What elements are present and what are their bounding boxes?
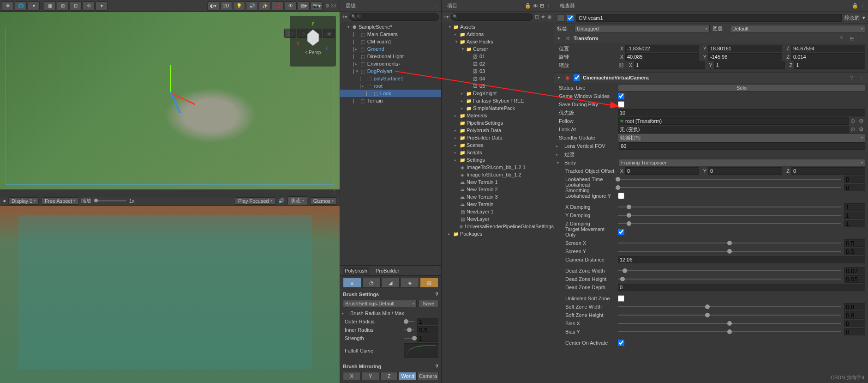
hierarchy-item[interactable]: |▸⬚Ground (340, 45, 441, 53)
pos-z-field[interactable] (791, 45, 865, 52)
guides-checkbox[interactable] (618, 93, 624, 99)
help-icon[interactable]: ? (435, 364, 438, 369)
layer-dropdown[interactable]: Default (730, 25, 865, 32)
lighting-toggle[interactable]: 💡 (233, 1, 245, 11)
fold-icon[interactable]: ▸ (556, 152, 561, 157)
project-item[interactable]: ▸📁Settings (442, 156, 554, 164)
save-checkbox[interactable] (618, 101, 624, 108)
rot-y-field[interactable] (708, 53, 782, 61)
hierarchy-item[interactable]: |▼⬚DogPolyart (340, 67, 441, 75)
scale-slider[interactable] (94, 200, 126, 201)
project-item[interactable]: ▸📁Scripts (442, 149, 554, 156)
project-item[interactable]: 🖼01 (442, 53, 554, 60)
tool-view[interactable]: ✥ (2, 1, 14, 11)
grid-toggle[interactable]: ▦ (44, 1, 56, 11)
project-item[interactable]: ◈ImageToStl.com_bb_1.2 1 (442, 164, 554, 171)
project-item[interactable]: ⛰New Terrain 2 (442, 186, 554, 193)
fold-icon[interactable]: ▼ (557, 76, 562, 80)
audio-icon[interactable]: 🔊 (278, 198, 285, 204)
y_damping-field[interactable] (844, 212, 865, 219)
solo-button[interactable]: Solo (618, 84, 865, 91)
aspect-dropdown[interactable]: Free Aspect (42, 197, 78, 205)
project-item[interactable]: ▸📁Fantasy Skybox FREE (442, 97, 554, 104)
active-checkbox[interactable] (567, 15, 574, 21)
gameobject-icon[interactable] (557, 14, 564, 22)
brush-save-button[interactable]: Save (419, 300, 438, 307)
follow-object-field[interactable]: ⤧root (Transform) (618, 117, 849, 125)
hierarchy-tab[interactable]: 层级 (343, 1, 359, 10)
fold-icon[interactable]: ▼ (448, 25, 453, 29)
camera-dd[interactable]: 📷▾ (311, 1, 323, 11)
hierarchy-menu-icon[interactable]: ⋮ (433, 3, 438, 9)
scene-menu-icon[interactable]: ⋮ (332, 189, 337, 195)
mirror-camera-button[interactable]: Camera (418, 372, 438, 380)
packages-root[interactable]: ▸ 📁 Packages (442, 230, 554, 237)
context-menu-icon[interactable]: ⋮ (858, 74, 865, 81)
dead_height-field[interactable] (844, 275, 865, 283)
inner-radius-field[interactable] (417, 326, 438, 334)
picker-icon[interactable]: ⊙ (850, 118, 857, 124)
view-icon[interactable]: 👁 (533, 3, 538, 9)
project-item[interactable]: ▸📁SimpleNaturePack (442, 104, 554, 112)
audio-toggle[interactable]: 🔊 (246, 1, 258, 11)
fold-icon[interactable]: ▸ (455, 158, 459, 162)
mirror-z-button[interactable]: Z (380, 372, 398, 380)
scale-z-field[interactable] (794, 61, 865, 69)
perspective-label[interactable]: < Persp (305, 50, 321, 55)
inspector-menu-icon[interactable]: ⋮ (860, 3, 865, 9)
fx-toggle[interactable]: ✨ (259, 1, 271, 11)
z_damping-slider[interactable] (618, 223, 841, 224)
hierarchy-item[interactable]: |▸⬚root (340, 82, 441, 90)
2d-toggle[interactable]: 2D (220, 1, 232, 11)
project-item[interactable]: ▼📁Asse Packs (442, 38, 554, 45)
fold-icon[interactable]: ▼ (355, 69, 360, 73)
hierarchy-search[interactable]: All (349, 13, 439, 21)
hierarchy-item[interactable]: |⬚Main Camera (340, 30, 441, 38)
gizmos-dropdown[interactable]: Gizmos (310, 197, 337, 205)
project-item[interactable]: 🖼03 (442, 67, 554, 75)
project-item[interactable]: 📁PipelineSettings (442, 119, 554, 127)
dead_height-slider[interactable] (618, 279, 841, 280)
dead_depth-field[interactable] (618, 284, 865, 291)
texture-mode[interactable]: ▦ (420, 278, 438, 288)
body-dropdown[interactable]: Framing Transposer (619, 159, 865, 166)
tool-dd[interactable]: ▾ (28, 1, 40, 11)
bias_x-slider[interactable] (618, 323, 841, 324)
lock-icon[interactable]: 🔒 (852, 3, 858, 9)
fov-field[interactable] (619, 142, 865, 150)
outer-radius-slider[interactable] (404, 321, 414, 322)
hierarchy-item[interactable]: |⬚Directional Light (340, 53, 441, 60)
lookahead_time-field[interactable] (844, 176, 865, 183)
play-focus-dropdown[interactable]: Play Focused (235, 197, 275, 205)
tracked-y-field[interactable] (708, 167, 782, 175)
snap-inc[interactable]: ⊡ (70, 1, 82, 11)
fold-icon[interactable]: ▸ (455, 114, 459, 118)
lock-icon[interactable]: 🔒 (525, 3, 531, 9)
screen_y-field[interactable] (844, 248, 865, 255)
fold-icon[interactable]: ▸ (355, 47, 360, 51)
fold-icon[interactable]: ▼ (556, 161, 561, 165)
tracked-z-field[interactable] (791, 167, 865, 175)
fold-icon[interactable]: ▸ (461, 106, 466, 110)
mirror-world-button[interactable]: World (399, 372, 416, 380)
prefab-mode[interactable]: ◈ (401, 278, 419, 288)
snap-dd[interactable]: ▾ (96, 1, 108, 11)
fold-icon[interactable]: ▼ (455, 40, 459, 44)
x_damping-field[interactable] (844, 203, 865, 211)
project-item[interactable]: ▤NewLayer 1 (442, 208, 554, 215)
mirror-x-button[interactable]: X (343, 372, 360, 380)
screen_x-slider[interactable] (618, 243, 841, 243)
polybrush-menu-icon[interactable]: ⋮ (433, 267, 438, 274)
fold-icon[interactable]: ▼ (461, 47, 466, 51)
help-icon[interactable]: ? (838, 35, 845, 42)
project-search[interactable] (451, 13, 533, 21)
layers-dd[interactable]: ▤▾ (298, 1, 310, 11)
fold-icon[interactable]: ▸ (455, 128, 459, 133)
outer-radius-field[interactable] (417, 318, 438, 325)
gizmo-y-axis[interactable] (170, 65, 171, 93)
project-tab[interactable]: 项目 (444, 1, 460, 10)
fold-icon[interactable]: ▸ (461, 91, 466, 96)
screen_x-field[interactable] (844, 239, 865, 247)
dead_width-field[interactable] (844, 267, 865, 274)
strength-slider[interactable] (404, 338, 414, 339)
